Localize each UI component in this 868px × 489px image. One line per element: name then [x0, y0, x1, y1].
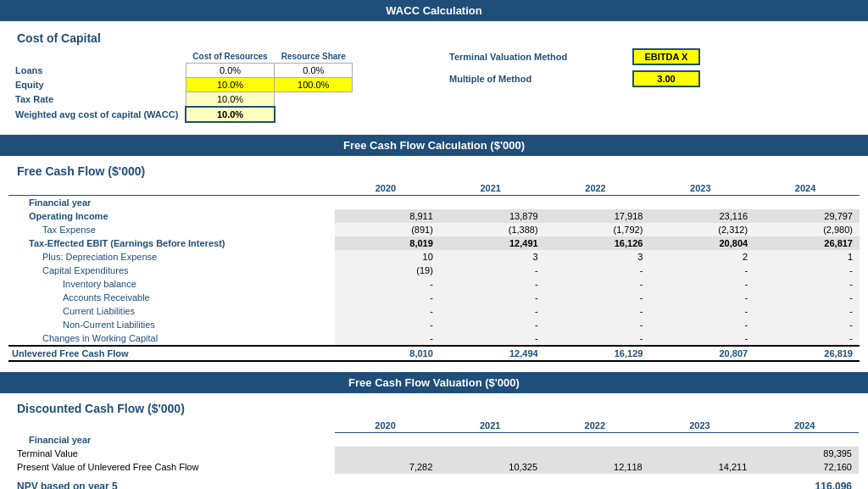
fcf-capex-row: Capital Expenditures (19) - - - -	[8, 264, 860, 277]
main-title-text: WACC Calculation	[386, 4, 481, 17]
col-header-share: Resource Share	[275, 50, 353, 64]
fcf-depreciation-row: Plus: Depreciation Expense 10 3 3 2 1	[8, 250, 860, 264]
terminal-valuation-row: Terminal Valuation Method EBITDA X	[449, 48, 700, 65]
dcf-pv-row: Present Value of Unlevered Free Cash Flo…	[8, 460, 859, 474]
fcf-ar-row: Accounts Receivable - - - - -	[8, 291, 860, 304]
dcf-subtitle: Discounted Cash Flow ($'000)	[8, 397, 860, 419]
wacc-subtitle: Cost of Capital	[8, 26, 860, 48]
fcf-subtitle: Free Cash Flow ($'000)	[8, 159, 860, 181]
dcf-npv-row: NPV based on year 5 116,096	[8, 479, 859, 490]
fcf-working-capital-row: Changes in Working Capital - - - - -	[8, 331, 860, 346]
fcf-tax-expense-row: Tax Expense (891) (1,388) (1,792) (2,312…	[8, 223, 860, 236]
fcf-current-liab-row: Current Liabilities - - - - -	[8, 304, 860, 318]
dcf-year-header-row: 2020 2021 2022 2023 2024	[8, 419, 859, 433]
fcf-financial-year-row: Financial year	[8, 196, 860, 210]
fcf-section-header: Free Cash Flow Calculation ($'000)	[0, 135, 868, 156]
valuation-section-header: Free Cash Flow Valuation ($'000)	[0, 372, 868, 393]
fcf-section-title: Free Cash Flow Calculation ($'000)	[343, 139, 525, 152]
wacc-row-loans: Loans 0.0% 0.0%	[8, 64, 353, 78]
dcf-financial-year-label: Financial year	[8, 433, 859, 447]
terminal-valuation-value: EBITDA X	[632, 48, 700, 65]
main-title-header: WACC Calculation	[0, 0, 868, 21]
fcf-table: 2020 2021 2022 2023 2024 Financial year …	[8, 181, 860, 362]
wacc-row-total: Weighted avg cost of capital (WACC) 10.0…	[8, 107, 353, 122]
fcf-total-row: Unlevered Free Cash Flow 8,010 12,494 16…	[8, 346, 860, 361]
multiple-method-row: Multiple of Method 3.00	[449, 70, 700, 87]
fcf-year-header-row: 2020 2021 2022 2023 2024	[8, 181, 860, 196]
wacc-row-equity: Equity 10.0% 100.0%	[8, 78, 353, 92]
fcf-inventory-row: Inventory balance - - - - -	[8, 277, 860, 291]
fcf-tax-effected-ebit-row: Tax-Effected EBIT (Earnings Before Inter…	[8, 236, 860, 250]
fcf-operating-income-row: Operating Income 8,911 13,879 17,918 23,…	[8, 209, 860, 223]
fcf-noncurrent-liab-row: Non-Current Liabilities - - - - -	[8, 318, 860, 331]
col-header-cost: Cost of Resources	[186, 50, 274, 64]
multiple-method-value: 3.00	[632, 70, 700, 87]
wacc-row-tax: Tax Rate 10.0%	[8, 92, 353, 108]
valuation-section-title: Free Cash Flow Valuation ($'000)	[348, 376, 520, 389]
dcf-table: 2020 2021 2022 2023 2024 Financial year …	[8, 419, 860, 489]
dcf-terminal-value-row: Terminal Value 89,395	[8, 447, 859, 460]
